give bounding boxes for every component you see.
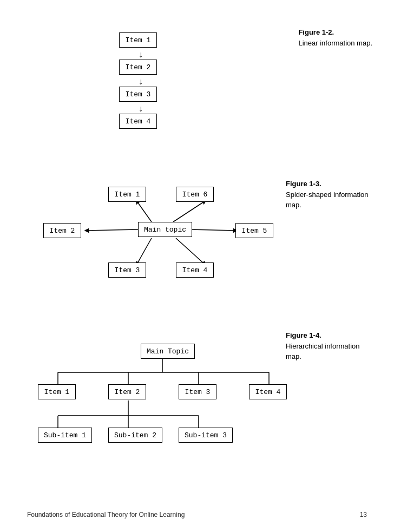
svg-line-4 <box>137 238 152 264</box>
fig1-box1: Item 1 <box>119 32 157 48</box>
svg-line-0 <box>137 201 152 222</box>
fig3-box-maintopic: Main Topic <box>141 344 195 359</box>
figure3-description: Hierarchical information map. <box>286 342 360 361</box>
fig1-item2: Item 2 <box>119 60 157 75</box>
fig3-subitem1: Sub-item 1 <box>38 428 92 443</box>
fig1-arrow3: ↓ <box>139 104 143 114</box>
fig3-item4: Item 4 <box>249 384 287 399</box>
fig2-item3: Item 3 <box>108 262 146 278</box>
svg-line-1 <box>173 201 205 222</box>
fig2-item4: Item 4 <box>176 262 214 278</box>
figure2-title: Figure 1-3. <box>286 180 321 188</box>
fig1-item1: Item 1 <box>119 32 157 48</box>
fig1-box2: Item 2 <box>119 60 157 75</box>
fig2-box-item4: Item 4 <box>176 262 214 278</box>
fig2-item5: Item 5 <box>235 223 273 238</box>
fig3-box-subitem3: Sub-item 3 <box>179 428 233 443</box>
fig1-box3: Item 3 <box>119 87 157 102</box>
fig3-subitem2: Sub-item 2 <box>108 428 162 443</box>
fig1-item3: Item 3 <box>119 87 157 102</box>
fig3-subitem3: Sub-item 3 <box>179 428 233 443</box>
figure2-diagram: Item 1 Item 6 Item 2 Main topic Item 5 I… <box>38 184 308 292</box>
fig3-item1: Item 1 <box>38 384 76 399</box>
figure1-description: Linear information map. <box>298 39 372 47</box>
fig3-item2: Item 2 <box>108 384 146 399</box>
fig2-item6: Item 6 <box>176 187 214 202</box>
fig2-box-maintopic: Main topic <box>138 222 192 237</box>
fig1-box4: Item 4 <box>119 114 157 129</box>
fig3-box-item2: Item 2 <box>108 384 146 399</box>
figure1-title: Figure 1-2. <box>298 28 334 36</box>
svg-line-5 <box>176 238 205 264</box>
figure2-label: Figure 1-3. Spider-shaped information ma… <box>286 179 372 211</box>
figure1-diagram: Item 1 Item 2 Item 3 Item 4 ↓ ↓ ↓ <box>54 27 249 146</box>
fig3-maintopic: Main Topic <box>141 344 195 359</box>
fig2-box-item6: Item 6 <box>176 187 214 202</box>
fig2-box-item1: Item 1 <box>108 187 146 202</box>
fig2-maintopic: Main topic <box>138 222 192 237</box>
svg-line-3 <box>189 229 235 231</box>
fig3-box-subitem1: Sub-item 1 <box>38 428 92 443</box>
fig1-arrow2: ↓ <box>139 77 143 87</box>
footer-text: Foundations of Educational Theory for On… <box>27 511 185 518</box>
fig3-box-item1: Item 1 <box>38 384 76 399</box>
fig2-box-item5: Item 5 <box>235 223 273 238</box>
page: Item 1 Item 2 Item 3 Item 4 ↓ ↓ ↓ Figure… <box>0 0 394 532</box>
fig2-item1: Item 1 <box>108 187 146 202</box>
figure1-label: Figure 1-2. Linear information map. <box>298 27 372 48</box>
fig2-box-item2: Item 2 <box>43 223 81 238</box>
figure2-description: Spider-shaped information map. <box>286 191 368 209</box>
fig1-arrow1: ↓ <box>139 50 143 60</box>
svg-line-2 <box>87 229 138 231</box>
fig3-box-subitem2: Sub-item 2 <box>108 428 162 443</box>
page-number: 13 <box>360 511 367 518</box>
figure3-title: Figure 1-4. <box>286 331 321 339</box>
fig3-box-item4: Item 4 <box>249 384 287 399</box>
fig2-box-item3: Item 3 <box>108 262 146 278</box>
figure2-arrows <box>38 184 308 292</box>
fig1-item4: Item 4 <box>119 114 157 129</box>
fig2-item2: Item 2 <box>43 223 81 238</box>
fig3-item3: Item 3 <box>179 384 216 399</box>
fig3-box-item3: Item 3 <box>179 384 216 399</box>
figure3-label: Figure 1-4. Hierarchical information map… <box>286 330 372 362</box>
footer: Foundations of Educational Theory for On… <box>0 511 394 518</box>
